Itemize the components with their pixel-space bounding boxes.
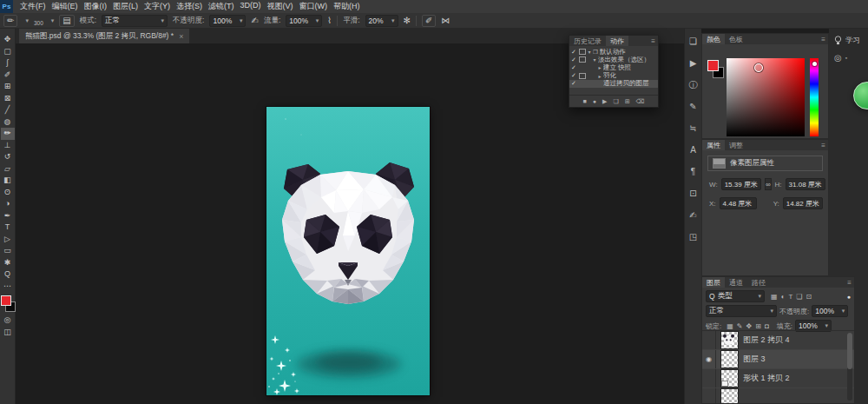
width-field[interactable]: 15.39 厘米 (721, 178, 761, 190)
actions-icon[interactable]: ▶ (690, 59, 697, 68)
move-tool[interactable]: ✥ (1, 34, 15, 46)
foreground-color-swatch[interactable] (1, 295, 11, 306)
info-icon[interactable]: ⓘ (689, 81, 698, 89)
layer-opacity-select[interactable]: 100%▾ (812, 305, 848, 317)
airbrush-icon[interactable]: ⌇ (327, 17, 332, 25)
blur-tool[interactable]: ʘ (1, 187, 15, 199)
edit-toolbar[interactable]: ⋯ (1, 281, 15, 293)
action-dialog-toggle[interactable] (578, 49, 586, 55)
quick-selection-tool[interactable]: ✐ (1, 70, 15, 82)
document-tab[interactable]: 熊猫图.psd @ 33.3% (图层 2 拷贝, RGB/8#) * × (19, 29, 189, 43)
panel-menu-icon[interactable]: ≡ (821, 140, 825, 150)
rail-secondary-button[interactable]: ◎ ▪ (829, 46, 868, 63)
frame-tool[interactable]: ⊠ (1, 93, 15, 105)
y-field[interactable]: 14.82 厘米 (783, 197, 823, 209)
action-check-icon[interactable]: ✓ (571, 80, 578, 87)
glyphs-icon[interactable]: ⊡ (689, 189, 696, 198)
layer-thumbnail[interactable] (720, 388, 739, 403)
close-tab-icon[interactable]: × (179, 32, 183, 41)
panel-tab[interactable]: 色板 (725, 34, 747, 44)
type-tool[interactable]: T (1, 222, 15, 234)
action-check-icon[interactable]: ✓ (571, 72, 578, 79)
gradient-tool[interactable]: ◧ (1, 175, 15, 187)
healing-brush-tool[interactable]: ◍ (1, 116, 15, 129)
layer-visibility-toggle[interactable] (702, 369, 716, 387)
document-canvas[interactable] (266, 107, 430, 395)
flow-select[interactable]: 100%▾ (286, 15, 322, 27)
menu-item[interactable]: 帮助(H) (333, 1, 360, 12)
foreground-color-swatch[interactable] (707, 60, 719, 71)
saturation-brightness-picker[interactable] (727, 58, 805, 136)
lock-transparent-icon[interactable]: ▦ (727, 322, 733, 330)
panel-menu-icon[interactable]: ≡ (847, 277, 852, 288)
filter-toggle-icon[interactable]: ● (847, 294, 851, 300)
action-dialog-toggle[interactable] (578, 56, 586, 63)
eyedropper-tool[interactable]: ╱ (1, 104, 15, 116)
brush-tool[interactable]: ✏ (1, 128, 15, 140)
layer-thumbnail[interactable] (720, 369, 739, 387)
expand-icon[interactable]: ▸ (596, 64, 603, 70)
marquee-tool[interactable]: ▢ (1, 46, 15, 58)
paint-symmetry-icon[interactable]: ⋈ (441, 17, 450, 25)
crop-tool[interactable]: ⊞ (1, 81, 15, 93)
expand-icon[interactable]: ▾ (586, 49, 593, 55)
brush-settings-toggle-icon[interactable]: ▤ (59, 15, 74, 27)
hand-tool[interactable]: ✱ (1, 257, 15, 269)
action-row[interactable]: ✓ 通过拷贝的图层 (569, 80, 658, 88)
layer-visibility-toggle[interactable]: ◉ (702, 350, 716, 368)
color-picker-cursor[interactable] (754, 63, 763, 72)
panel-tab[interactable]: 动作 (606, 36, 628, 46)
eraser-tool[interactable]: ▱ (1, 163, 15, 176)
path-selection-tool[interactable]: ▷ (1, 234, 15, 246)
opacity-select[interactable]: 100%▾ (209, 15, 246, 27)
lock-all-icon[interactable]: ◘ (765, 322, 769, 330)
filter-type-icon[interactable]: T (788, 293, 792, 301)
link-dimensions-icon[interactable]: ∞ (765, 178, 772, 190)
clone-stamp-tool[interactable]: ⊥ (1, 140, 15, 152)
expand-icon[interactable]: ▾ (591, 56, 598, 63)
lock-artboard-icon[interactable]: ⊞ (755, 322, 761, 330)
menu-item[interactable]: 图像(I) (84, 1, 108, 12)
character-icon[interactable]: A (690, 146, 696, 155)
layer-filter-select[interactable]: Q 类型 ▾ (706, 290, 765, 302)
panel-tab[interactable]: 历史记录 (569, 36, 606, 46)
panel-tab[interactable]: 路径 (747, 277, 770, 288)
tool-preset-caret-icon[interactable]: ▾ (25, 17, 29, 24)
brush-angle-icon[interactable]: ✐ (422, 15, 436, 27)
layer-visibility-toggle[interactable] (702, 388, 716, 403)
menu-item[interactable]: 图层(L) (113, 1, 138, 12)
hue-slider-marker[interactable] (812, 62, 817, 66)
filter-shape-icon[interactable]: ❏ (796, 293, 802, 301)
layer-thumbnail[interactable] (720, 331, 739, 349)
action-check-icon[interactable]: ✓ (571, 49, 578, 56)
filter-smart-icon[interactable]: ⊡ (806, 293, 812, 301)
record-icon[interactable]: ● (593, 98, 596, 104)
expand-icon[interactable]: ▸ (596, 73, 603, 79)
dodge-tool[interactable]: ◑ (1, 198, 15, 210)
height-field[interactable]: 31.08 厘米 (786, 178, 825, 190)
smoothing-select[interactable]: 20%▾ (365, 15, 398, 27)
delete-icon[interactable]: ⌫ (636, 98, 645, 104)
screen-mode[interactable]: ◫ (1, 327, 15, 339)
hue-slider[interactable] (810, 58, 819, 136)
new-set-icon[interactable]: ❏ (613, 98, 618, 104)
menu-item[interactable]: 视图(V) (267, 1, 293, 12)
layer-row[interactable]: 图层 2 拷贝 4 (702, 331, 854, 350)
menu-item[interactable]: 窗口(W) (299, 1, 328, 12)
quick-mask[interactable]: ◎ (1, 315, 15, 327)
lock-paint-icon[interactable]: ✎ (737, 322, 743, 330)
layers-scrollbar-thumb[interactable] (847, 333, 852, 369)
panel-tab[interactable]: 图层 (702, 277, 725, 288)
layer-thumbnail[interactable] (720, 350, 739, 368)
notes-icon[interactable]: ✍ (689, 211, 696, 220)
menu-item[interactable]: 文件(F) (20, 1, 46, 12)
photoshop-logo[interactable]: Ps (0, 0, 13, 13)
filter-adjustment-icon[interactable]: ◐ (781, 293, 786, 301)
libraries-icon[interactable]: ❏ (689, 37, 697, 46)
lasso-tool[interactable]: ʃ (1, 57, 15, 70)
menu-item[interactable]: 文字(Y) (144, 1, 170, 12)
filter-pixel-icon[interactable]: ▦ (771, 293, 778, 301)
layer-row[interactable] (702, 388, 854, 403)
pressure-opacity-icon[interactable]: ✍ (251, 17, 258, 25)
menu-item[interactable]: 编辑(E) (52, 1, 78, 12)
